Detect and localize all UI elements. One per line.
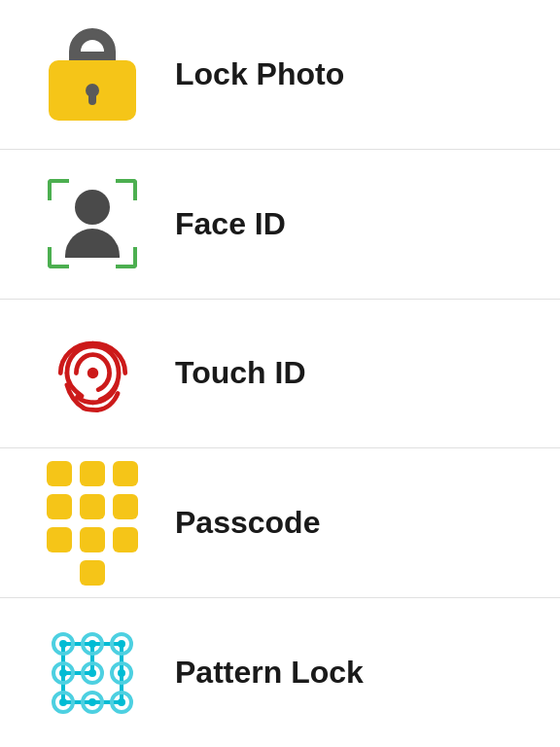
face-id-label: Face ID xyxy=(175,206,286,242)
pattern-lock-label: Pattern Lock xyxy=(175,655,364,691)
svg-point-18 xyxy=(118,669,125,677)
svg-point-10 xyxy=(88,640,96,648)
svg-point-16 xyxy=(88,669,96,677)
menu-list: Lock Photo Face ID xyxy=(0,0,560,747)
passcode-item[interactable]: Passcode xyxy=(0,448,560,598)
person-body xyxy=(65,229,120,258)
passcode-dot-4 xyxy=(47,494,72,519)
lock-shackle xyxy=(69,28,116,63)
lock-photo-item[interactable]: Lock Photo xyxy=(0,0,560,150)
face-id-icon-container xyxy=(29,175,156,272)
passcode-dot-1 xyxy=(47,461,72,486)
pattern-lock-icon-container xyxy=(29,624,156,722)
passcode-icon xyxy=(47,461,138,586)
lock-icon xyxy=(49,28,136,121)
svg-point-22 xyxy=(88,698,96,706)
passcode-label: Passcode xyxy=(175,505,320,541)
svg-point-8 xyxy=(59,640,67,648)
passcode-dot-2 xyxy=(80,461,105,486)
svg-point-12 xyxy=(118,640,125,648)
face-id-person xyxy=(65,190,120,258)
svg-point-0 xyxy=(87,368,97,378)
passcode-dot-10 xyxy=(80,560,105,586)
svg-point-14 xyxy=(59,669,67,677)
passcode-dot-3 xyxy=(113,461,138,486)
svg-point-24 xyxy=(118,698,125,706)
touch-id-icon-container xyxy=(29,327,156,419)
pattern-lock-item[interactable]: Pattern Lock xyxy=(0,598,560,747)
touch-id-item[interactable]: Touch ID xyxy=(0,300,560,449)
person-head xyxy=(75,190,110,225)
lock-body xyxy=(49,60,136,121)
svg-point-20 xyxy=(59,698,67,706)
passcode-dot-5 xyxy=(80,494,105,519)
face-id-icon xyxy=(44,175,141,272)
passcode-dot-empty-1 xyxy=(47,560,72,586)
passcode-dot-8 xyxy=(80,527,105,552)
passcode-icon-container xyxy=(29,461,156,586)
passcode-dot-7 xyxy=(47,527,72,552)
passcode-dot-6 xyxy=(113,494,138,519)
pattern-lock-icon xyxy=(44,624,141,722)
lock-photo-label: Lock Photo xyxy=(175,56,344,92)
fingerprint-icon xyxy=(47,327,139,419)
lock-photo-icon-container xyxy=(29,28,156,121)
touch-id-label: Touch ID xyxy=(175,355,306,391)
passcode-dot-empty-2 xyxy=(113,560,138,586)
lock-keyhole xyxy=(86,84,99,97)
passcode-dot-9 xyxy=(113,527,138,552)
face-id-item[interactable]: Face ID xyxy=(0,150,560,300)
